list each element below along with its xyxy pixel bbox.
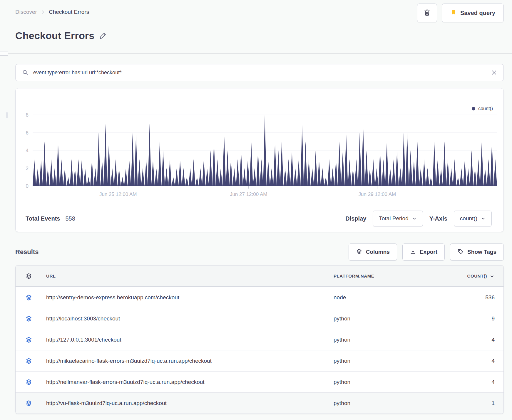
platform-cell: python <box>329 337 453 343</box>
columns-button[interactable]: Columns <box>349 243 397 261</box>
close-icon[interactable] <box>491 70 497 75</box>
page-divider <box>0 53 512 54</box>
chevron-down-icon <box>481 216 486 221</box>
total-events-label: Total Events <box>26 215 60 222</box>
saved-query-button[interactable]: Saved query <box>442 4 504 22</box>
page-title: Checkout Errors <box>15 30 94 41</box>
events-area-chart: 02468Jun 25 12:00 AMJun 27 12:00 AMJun 2… <box>16 88 503 206</box>
tag-icon <box>457 248 464 256</box>
layers-icon[interactable] <box>16 379 42 386</box>
url-cell[interactable]: http://neilmanvar-flask-errors-m3uuizd7i… <box>42 379 329 385</box>
column-header-platform[interactable]: PLATFORM.NAME <box>329 273 453 278</box>
svg-text:4: 4 <box>26 148 29 153</box>
svg-text:0: 0 <box>26 183 29 189</box>
sidebar-collapse-handle <box>0 51 8 56</box>
results-row: Results Columns Export Show Tags <box>15 243 504 261</box>
show-tags-button-label: Show Tags <box>467 249 496 255</box>
layers-icon[interactable] <box>16 273 42 280</box>
discover-page: Discover Checkout Errors Saved query Che… <box>0 0 512 420</box>
url-cell[interactable]: http://mikaelacarino-flask-errors-m3uuiz… <box>42 358 329 364</box>
count-cell: 4 <box>453 337 503 343</box>
bookmark-icon <box>450 9 457 17</box>
platform-cell: python <box>329 400 453 406</box>
svg-text:2: 2 <box>26 166 29 171</box>
platform-cell: node <box>329 294 453 301</box>
show-tags-button[interactable]: Show Tags <box>450 243 504 261</box>
saved-query-label: Saved query <box>460 10 495 16</box>
panel-drag-pill <box>6 112 8 118</box>
results-buttons: Columns Export Show Tags <box>349 243 504 261</box>
table-row[interactable]: http://sentry-demos-express.herokuapp.co… <box>16 287 503 308</box>
page-title-row: Checkout Errors <box>15 30 107 41</box>
count-cell: 4 <box>453 358 503 364</box>
sort-desc-arrow-icon <box>489 273 495 279</box>
layers-icon[interactable] <box>16 357 42 364</box>
results-heading: Results <box>15 248 39 256</box>
svg-text:Jun 29 12:00 AM: Jun 29 12:00 AM <box>359 191 396 197</box>
platform-cell: python <box>329 379 453 385</box>
platform-cell: python <box>329 358 453 364</box>
count-cell: 9 <box>453 315 503 322</box>
platform-cell: python <box>329 315 453 322</box>
export-button[interactable]: Export <box>402 243 445 261</box>
url-cell[interactable]: http://127.0.0.1:3001/checkout <box>42 337 329 343</box>
table-row[interactable]: http://vu-flask-m3uuizd7iq-uc.a.run.app/… <box>16 392 503 414</box>
svg-text:6: 6 <box>26 130 29 136</box>
breadcrumb: Discover Checkout Errors <box>15 9 89 15</box>
top-actions: Saved query <box>417 4 504 22</box>
layers-icon[interactable] <box>16 315 42 322</box>
svg-text:8: 8 <box>26 112 29 118</box>
count-cell: 4 <box>453 379 503 385</box>
display-dropdown[interactable]: Total Period <box>373 211 423 226</box>
legend-dot-icon <box>472 107 475 110</box>
chart-footer: Total Events 558 Display Total Period Y-… <box>16 205 503 232</box>
breadcrumb-current: Checkout Errors <box>49 9 89 15</box>
layers-icon[interactable] <box>16 400 42 407</box>
chevron-right-icon <box>41 10 45 14</box>
table-row[interactable]: http://neilmanvar-flask-errors-m3uuizd7i… <box>16 371 503 392</box>
table-row[interactable]: http://127.0.0.1:3001/checkout python 4 <box>16 329 503 350</box>
yaxis-label: Y-Axis <box>429 215 447 222</box>
url-cell[interactable]: http://localhost:3003/checkout <box>42 315 329 322</box>
breadcrumb-discover[interactable]: Discover <box>15 9 37 15</box>
url-cell[interactable]: http://vu-flask-m3uuizd7iq-uc.a.run.app/… <box>42 400 329 406</box>
search-icon <box>22 69 29 76</box>
count-cell: 1 <box>453 400 503 406</box>
column-header-count[interactable]: COUNT() <box>453 273 503 279</box>
count-cell: 536 <box>453 294 503 301</box>
results-table: URL PLATFORM.NAME COUNT() http://sentry-… <box>15 265 504 414</box>
chevron-down-icon <box>412 216 417 221</box>
column-header-url[interactable]: URL <box>42 273 329 278</box>
legend-label: count() <box>478 106 493 111</box>
chart-controls: Display Total Period Y-Axis count() <box>345 211 492 226</box>
search-input[interactable]: event.type:error has:url url:*checkout* <box>33 70 486 76</box>
table-row[interactable]: http://localhost:3003/checkout python 9 <box>16 308 503 329</box>
total-events-value: 558 <box>65 215 75 222</box>
layers-icon[interactable] <box>16 336 42 343</box>
layers-icon[interactable] <box>16 294 42 301</box>
trash-icon <box>423 9 431 17</box>
display-label: Display <box>345 215 366 222</box>
layers-icon <box>356 248 362 256</box>
columns-button-label: Columns <box>366 249 390 255</box>
svg-text:Jun 27 12:00 AM: Jun 27 12:00 AM <box>230 191 267 197</box>
table-header-row: URL PLATFORM.NAME COUNT() <box>16 266 503 287</box>
delete-query-button[interactable] <box>417 4 437 22</box>
yaxis-dropdown-value: count() <box>460 215 477 222</box>
download-icon <box>410 248 416 256</box>
yaxis-dropdown[interactable]: count() <box>454 211 492 226</box>
display-dropdown-value: Total Period <box>379 215 408 222</box>
url-cell[interactable]: http://sentry-demos-express.herokuapp.co… <box>42 294 329 301</box>
svg-text:Jun 25 12:00 AM: Jun 25 12:00 AM <box>99 191 137 197</box>
edit-title-pencil-icon[interactable] <box>99 32 107 40</box>
search-bar[interactable]: event.type:error has:url url:*checkout* <box>15 64 504 81</box>
chart-panel: 02468Jun 25 12:00 AMJun 27 12:00 AMJun 2… <box>15 88 504 232</box>
column-header-count-label: COUNT() <box>467 273 487 278</box>
export-button-label: Export <box>420 249 437 255</box>
table-row[interactable]: http://mikaelacarino-flask-errors-m3uuiz… <box>16 350 503 371</box>
legend-count[interactable]: count() <box>472 106 493 111</box>
